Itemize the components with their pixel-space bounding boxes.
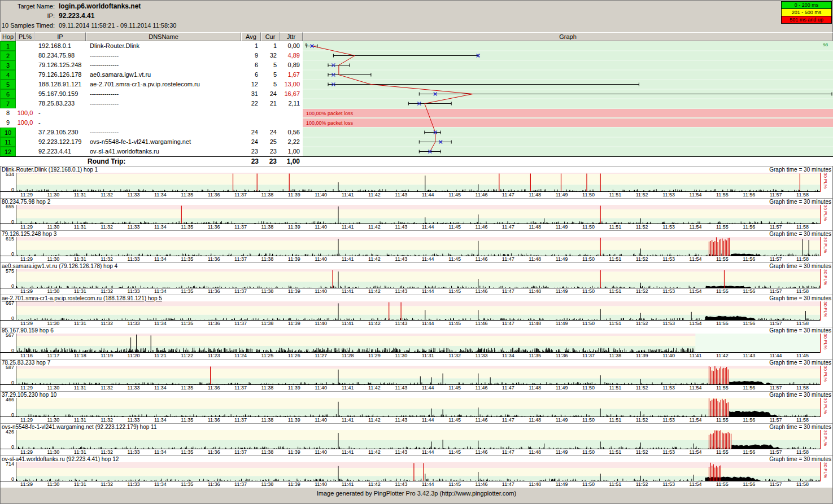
time-label: 11:52	[632, 481, 652, 488]
time-label: 11:30	[391, 353, 411, 359]
time-label: 11:53	[658, 481, 679, 488]
time-axis-labels: 11:2911:3011:3111:3211:3311:3411:3511:36…	[0, 192, 833, 198]
time-label: 11:47	[498, 288, 518, 295]
time-label: 11:43	[391, 385, 411, 391]
time-label: 11:41	[338, 288, 358, 295]
time-label: 11:36	[204, 224, 224, 230]
time-label: 11:34	[150, 449, 171, 455]
hop-cur: 5	[261, 80, 280, 89]
hop-number: 9	[0, 118, 16, 128]
time-label: 11:29	[16, 256, 37, 262]
time-label: 11:32	[97, 224, 117, 230]
time-label: 11:46	[472, 256, 492, 262]
time-label: 11:54	[686, 417, 706, 423]
hop-ip: -	[34, 118, 86, 128]
column-header-hop[interactable]: Hop	[0, 32, 16, 41]
time-label: 11:34	[150, 224, 171, 230]
packet-loss-percent	[16, 60, 34, 70]
time-label: 11:46	[472, 385, 492, 391]
graph-time-label: Graph time = 30 minutes	[769, 166, 831, 173]
timeline-plot: 575030 PL%	[0, 269, 833, 288]
time-label: 11:45	[444, 192, 465, 198]
column-header-dnsname[interactable]: DNSName	[86, 32, 241, 41]
time-label: 11:37	[230, 449, 251, 455]
timeline-header: ovs-n5548-fe-1-vl241.wargaming.net (92.2…	[0, 424, 833, 430]
pl-axis-label: 30 PL%	[823, 366, 827, 382]
timeline-title-timeline-hop-11[interactable]: ovs-n5548-fe-1-vl241.wargaming.net (92.2…	[2, 424, 156, 430]
pl-axis-label: 30 PL%	[823, 334, 827, 349]
time-label: 11:29	[16, 192, 37, 198]
time-label: 11:42	[364, 288, 385, 295]
time-label: 11:31	[70, 288, 90, 295]
time-label: 11:49	[552, 417, 572, 423]
time-label: 11:35	[177, 224, 197, 230]
column-header-avg[interactable]: Avg	[241, 32, 261, 41]
time-label: 11:34	[150, 481, 171, 488]
time-label: 11:48	[525, 256, 545, 262]
time-label: 11:42	[364, 449, 385, 455]
column-header-graph[interactable]: Graph	[303, 32, 833, 41]
time-label: 11:40	[311, 192, 331, 198]
column-header-cur[interactable]: Cur	[261, 32, 280, 41]
round-trip-row: Round Trip: 23 23 1,00	[0, 156, 833, 166]
time-label: 11:58	[792, 224, 813, 230]
time-label: 11:34	[498, 353, 518, 359]
time-label: 11:50	[578, 224, 599, 230]
time-axis-labels: 11:2911:3011:3111:3211:3311:3411:3511:36…	[0, 481, 833, 488]
time-label: 11:57	[766, 256, 786, 262]
hop-jitter: 0,56	[280, 128, 303, 137]
time-label: 11:23	[204, 353, 224, 359]
time-label: 11:38	[257, 321, 277, 327]
column-header-jttr[interactable]: Jttr	[280, 32, 303, 41]
hop-jitter: 13,00	[280, 80, 303, 89]
time-label: 11:45	[792, 353, 813, 359]
time-label: 11:47	[498, 481, 518, 488]
timeline-title-timeline-hop-1[interactable]: Dlink-Router.Dlink (192.168.0.1) hop 1	[2, 166, 98, 173]
time-label: 11:35	[525, 353, 545, 359]
time-label: 11:51	[605, 385, 625, 391]
time-label: 11:53	[658, 417, 679, 423]
time-label: 11:30	[43, 321, 63, 327]
graph-time-label: Graph time = 30 minutes	[769, 456, 831, 462]
time-label: 11:34	[150, 256, 171, 262]
time-label: 11:30	[43, 224, 63, 230]
time-label: 11:44	[418, 256, 438, 262]
hop-number: 12	[0, 147, 16, 156]
timeline-svg	[0, 269, 833, 288]
column-header-pl%[interactable]: PL%	[16, 32, 34, 41]
time-label: 11:33	[124, 224, 144, 230]
time-label: 11:41	[338, 417, 358, 423]
timeline-title-timeline-hop-5[interactable]: ae-2.701.smra-cr1-a.pv.ip.rostelecom.ru …	[2, 295, 162, 301]
time-label: 11:41	[338, 481, 358, 488]
time-label: 11:49	[552, 256, 572, 262]
time-label: 11:57	[766, 288, 786, 295]
hop-number: 6	[0, 89, 16, 99]
column-header-ip[interactable]: IP	[34, 32, 86, 41]
timeline-graphs: Dlink-Router.Dlink (192.168.0.1) hop 1Gr…	[0, 166, 833, 488]
timeline-title-timeline-hop-4[interactable]: ae0.samara.igw1.vt.ru (79.126.126.178) h…	[2, 263, 117, 269]
time-label: 11:44	[766, 353, 786, 359]
time-label: 11:52	[632, 256, 652, 262]
graph-time-label: Graph time = 30 minutes	[769, 295, 831, 301]
hop-ip: 95.167.90.159	[34, 89, 86, 99]
hop-cur: 1	[261, 41, 280, 51]
time-label: 11:56	[739, 385, 759, 391]
y-axis-max-label: 615	[0, 236, 14, 242]
pl-axis-label: 30 PL%	[823, 269, 827, 285]
time-label: 11:37	[230, 192, 251, 198]
timeline-title-timeline-hop-12[interactable]: ov-sl-a41.worldoftanks.ru (92.223.4.41) …	[2, 456, 119, 462]
time-label: 11:43	[391, 256, 411, 262]
y-axis-max-label: 567	[0, 332, 14, 338]
hop-number: 8	[0, 108, 16, 118]
hop-jitter	[280, 118, 303, 128]
hop-dnsname: ae0.samara.igw1.vt.ru	[86, 70, 241, 80]
time-label: 11:53	[658, 224, 679, 230]
hop-ip: 92.223.4.41	[34, 147, 86, 156]
time-label: 11:38	[257, 417, 277, 423]
timeline-plot: 615030 PL%	[0, 237, 833, 256]
svg-text:0: 0	[305, 42, 308, 47]
legend-item-2: 501 ms and up	[782, 16, 831, 23]
hop-avg: 12	[241, 80, 261, 89]
time-label: 11:39	[284, 192, 304, 198]
time-label: 11:48	[525, 321, 545, 327]
